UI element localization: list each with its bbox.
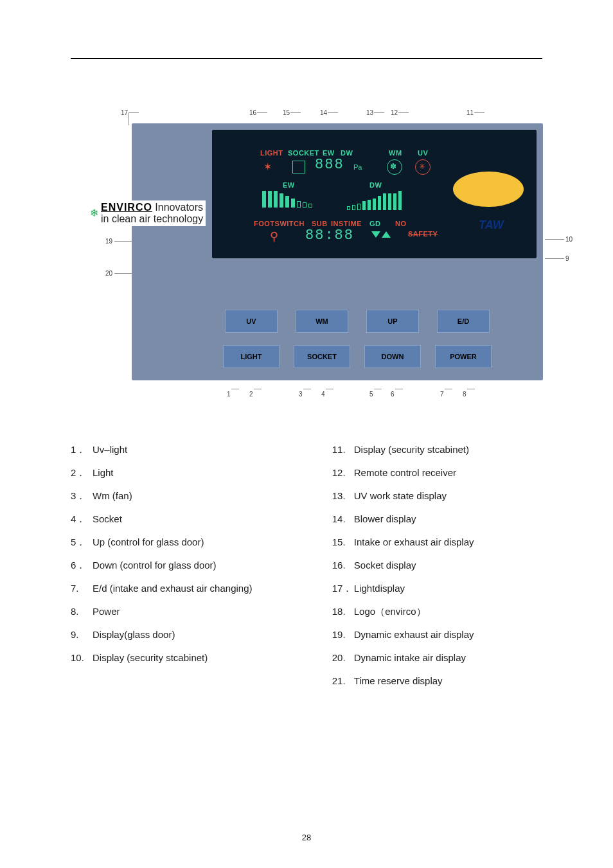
legend-right: 11.Display (security stcabinet) 12.Remot… — [332, 438, 542, 693]
label-safety: SAFETY — [408, 230, 438, 238]
list-item: 8.Power — [71, 600, 313, 623]
uv-icon: ✳ — [415, 159, 431, 175]
callout-13: 13 — [366, 109, 373, 116]
logo-envirco: ❄ ENVIRCO Innovators in clean air techno… — [90, 200, 206, 226]
gd-down-icon — [371, 231, 380, 238]
label-instime: INSTIME — [331, 220, 362, 227]
snowflake-icon: ❄ — [90, 208, 98, 218]
light-icon: ✶ — [263, 161, 272, 173]
list-item: 20.Dynamic intake air display — [332, 646, 542, 669]
callout-14: 14 — [320, 109, 327, 116]
security-display-eye — [453, 172, 524, 207]
list-item: 5．Up (control for glass door) — [71, 531, 313, 554]
button-uv[interactable]: UV — [225, 310, 278, 333]
callout-9: 9 — [565, 255, 569, 262]
label-ew: EW — [323, 149, 335, 157]
callout-10: 10 — [565, 236, 573, 243]
label-dw: DW — [341, 149, 353, 157]
footswitch-icon: ⚲ — [270, 229, 278, 244]
socket-icon — [292, 161, 305, 173]
label-light: LIGHT — [260, 149, 283, 157]
list-item: 3．Wm (fan) — [71, 484, 313, 508]
callout-1: 1 — [227, 391, 231, 398]
header-rule — [71, 58, 542, 59]
control-panel-diagram: 17 16 15 14 13 12 11 18 19 20 10 9 ❄ — [90, 104, 543, 400]
label-no: NO — [395, 220, 407, 227]
taw-label: TAW — [479, 218, 504, 232]
callout-19: 19 — [105, 238, 112, 245]
time-reading: 88:88 — [305, 227, 354, 244]
list-item: 10.Display (security stcabinet) — [71, 646, 313, 669]
list-item: 4．Socket — [71, 508, 313, 531]
label-wm: WM — [389, 149, 402, 157]
callout-17: 17 — [121, 109, 128, 116]
label-gd: GD — [369, 220, 381, 227]
button-socket[interactable]: SOCKET — [294, 345, 350, 368]
button-wm[interactable]: WM — [296, 310, 348, 333]
list-item: 18.Logo（envirco） — [332, 600, 542, 623]
list-item: 12.Remote control receiver — [332, 461, 542, 484]
callout-2: 2 — [249, 391, 253, 398]
list-item: 21.Time reserve display — [332, 669, 542, 693]
lcd-screen: LIGHT SOCKET EW DW WM UV ✶ 888 Pa ✽ ✳ EW — [212, 130, 537, 258]
page-number: 28 — [0, 833, 613, 842]
list-item: 6．Down (control for glass door) — [71, 554, 313, 577]
label-sub: SUB — [312, 220, 328, 227]
button-light[interactable]: LIGHT — [223, 345, 280, 368]
list-item: 7.E/d (intake and exhaust air changing) — [71, 577, 313, 600]
list-item: 14.Blower display — [332, 508, 542, 531]
wm-icon: ✽ — [387, 159, 402, 175]
list-item: 16.Socket display — [332, 554, 542, 577]
gd-up-icon — [382, 231, 391, 238]
list-item: 19.Dynamic exhaust air display — [332, 623, 542, 646]
button-down[interactable]: DOWN — [364, 345, 421, 368]
callout-20: 20 — [105, 270, 112, 277]
list-item: 15.Intake or exhaust air display — [332, 531, 542, 554]
list-item: 1．Uv–light — [71, 438, 313, 461]
callout-12: 12 — [391, 109, 398, 116]
callout-5: 5 — [369, 391, 373, 398]
ew-bargraph — [262, 191, 312, 208]
label-ew-mid: EW — [283, 181, 295, 189]
callout-4: 4 — [321, 391, 325, 398]
list-item: 2．Light — [71, 461, 313, 484]
pressure-reading: 888 — [315, 157, 344, 173]
label-socket: SOCKET — [288, 149, 319, 157]
panel-body: ❄ ENVIRCO Innovators in clean air techno… — [132, 123, 543, 380]
legend-left: 1．Uv–light 2．Light 3．Wm (fan) 4．Socket 5… — [71, 438, 313, 693]
callout-11: 11 — [466, 109, 474, 116]
button-power[interactable]: POWER — [435, 345, 492, 368]
callout-15: 15 — [283, 109, 290, 116]
button-up[interactable]: UP — [366, 310, 419, 333]
pa-unit: Pa — [353, 163, 362, 171]
callout-8: 8 — [463, 391, 466, 398]
callout-3: 3 — [299, 391, 303, 398]
label-footswitch: FOOTSWITCH — [254, 220, 305, 227]
logo-text: ENVIRCO — [101, 202, 152, 213]
legend-lists: 1．Uv–light 2．Light 3．Wm (fan) 4．Socket 5… — [71, 438, 542, 693]
label-uv: UV — [418, 149, 428, 157]
list-item: 13.UV work state display — [332, 484, 542, 508]
dw-bargraph — [347, 191, 402, 210]
label-dw-mid: DW — [369, 181, 382, 189]
list-item: 11.Display (security stcabinet) — [332, 438, 542, 461]
list-item: 9.Display(glass door) — [71, 623, 313, 646]
button-ed[interactable]: E/D — [437, 310, 490, 333]
list-item: 17．Lightdisplay — [332, 577, 542, 600]
callout-7: 7 — [440, 391, 444, 398]
callout-6: 6 — [391, 391, 395, 398]
callout-16: 16 — [249, 109, 256, 116]
